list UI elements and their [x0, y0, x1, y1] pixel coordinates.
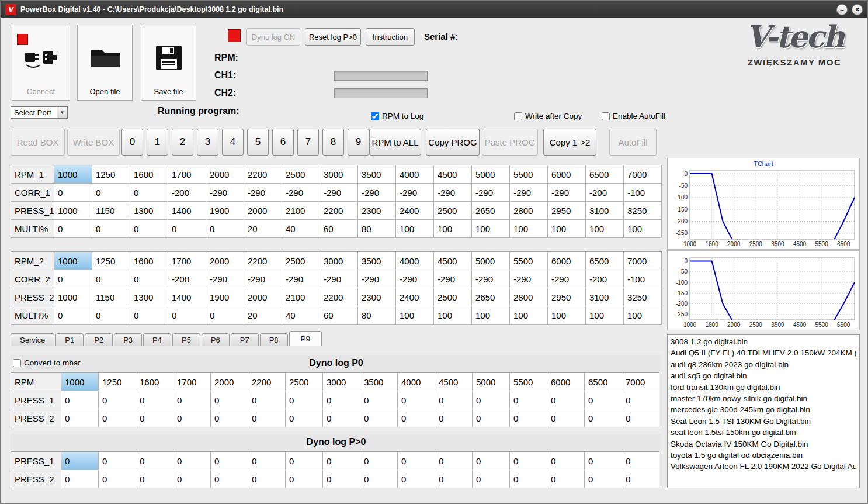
grid-cell[interactable]: 0	[136, 452, 173, 470]
grid-cell[interactable]: -100	[624, 270, 662, 288]
grid-cell[interactable]: 100	[548, 220, 586, 238]
grid-cell[interactable]: 2500	[282, 165, 320, 184]
grid-cell[interactable]: 6000	[547, 373, 585, 391]
grid-cell[interactable]: 2200	[244, 252, 282, 270]
grid-cell[interactable]: 0	[61, 452, 99, 470]
tab-service[interactable]: Service	[11, 333, 54, 346]
digit-button-2[interactable]: 2	[172, 129, 193, 156]
grid-cell[interactable]: -290	[244, 270, 282, 288]
grid-cell[interactable]: 2000	[206, 165, 244, 184]
grid-cell[interactable]: 100	[548, 306, 586, 325]
grid-cell[interactable]: 3100	[586, 288, 624, 306]
grid-cell[interactable]: 0	[92, 270, 130, 288]
grid-cell[interactable]: 0	[585, 452, 622, 470]
grid-cell[interactable]: 7000	[624, 165, 662, 184]
grid-cell[interactable]: 1400	[168, 288, 206, 306]
grid-cell[interactable]: 0	[168, 306, 206, 325]
grid-cell[interactable]: 2500	[286, 373, 323, 391]
grid-cell[interactable]: 0	[61, 391, 99, 409]
grid-cell[interactable]: 0	[206, 220, 244, 238]
autofill-button[interactable]: AutoFill	[609, 129, 657, 156]
grid-cell[interactable]: 0	[173, 452, 211, 470]
grid-cell[interactable]: 0	[61, 409, 99, 427]
grid-cell[interactable]: -200	[168, 270, 206, 288]
grid-cell[interactable]: 2500	[434, 202, 472, 220]
grid-cell[interactable]: 1300	[130, 202, 168, 220]
tab-p5[interactable]: P5	[172, 333, 200, 346]
grid-cell[interactable]: 0	[92, 306, 130, 325]
port-select[interactable]: Select Port ▼	[11, 106, 68, 119]
grid-cell[interactable]: -290	[396, 184, 434, 202]
grid-cell[interactable]: 0	[547, 409, 585, 427]
file-list-item[interactable]: master 170km nowy silnik go digital.bin	[671, 393, 856, 404]
grid-cell[interactable]: 0	[360, 409, 398, 427]
grid-cell[interactable]: 3500	[358, 165, 396, 184]
grid-cell[interactable]: 100	[434, 220, 472, 238]
grid-cell[interactable]: 0	[473, 409, 510, 427]
tab-p4[interactable]: P4	[143, 333, 171, 346]
grid-cell[interactable]: 0	[473, 391, 510, 409]
grid-cell[interactable]: 1700	[168, 252, 206, 270]
grid-cell[interactable]: 1000	[54, 252, 92, 270]
grid-cell[interactable]: -200	[168, 184, 206, 202]
grid-cell[interactable]: 5500	[510, 252, 548, 270]
grid-cell[interactable]: 0	[398, 470, 435, 488]
grid-cell[interactable]: 1000	[54, 165, 92, 184]
grid-cell[interactable]: 3250	[624, 202, 662, 220]
grid-cell[interactable]: 5500	[510, 373, 547, 391]
grid-cell[interactable]: 0	[585, 409, 622, 427]
grid-cell[interactable]: 0	[286, 391, 323, 409]
grid-cell[interactable]: 0	[99, 391, 136, 409]
grid-cell[interactable]: 80	[358, 220, 396, 238]
grid-cell[interactable]: 0	[130, 184, 168, 202]
grid-cell[interactable]: 0	[130, 270, 168, 288]
grid-cell[interactable]: 2000	[244, 288, 282, 306]
rpm-to-log-checkbox-input[interactable]	[371, 112, 379, 120]
grid-cell[interactable]: 0	[54, 306, 92, 325]
grid-cell[interactable]: 0	[360, 470, 398, 488]
grid-cell[interactable]: 2200	[244, 165, 282, 184]
grid-cell[interactable]: 0	[248, 452, 286, 470]
grid-cell[interactable]: 1250	[92, 165, 130, 184]
grid-cell[interactable]: 0	[211, 452, 248, 470]
grid-cell[interactable]: 0	[211, 391, 248, 409]
grid-cell[interactable]: 7000	[622, 373, 659, 391]
grid-cell[interactable]: 2400	[396, 288, 434, 306]
grid-cell[interactable]: 100	[586, 306, 624, 325]
grid-cell[interactable]: 0	[510, 409, 547, 427]
grid-cell[interactable]: 0	[248, 470, 286, 488]
grid-cell[interactable]: 0	[99, 409, 136, 427]
grid-cell[interactable]: 0	[360, 452, 398, 470]
grid-cell[interactable]: 0	[92, 220, 130, 238]
grid-cell[interactable]: 0	[510, 391, 547, 409]
grid-cell[interactable]: 0	[168, 220, 206, 238]
grid-cell[interactable]: 1300	[130, 288, 168, 306]
file-list-item[interactable]: Audi Q5 II (FY FL) 40 TDI MHEV 2.0 150kW…	[671, 347, 856, 358]
grid-cell[interactable]: 0	[54, 184, 92, 202]
grid-cell[interactable]: -290	[548, 270, 586, 288]
tab-p6[interactable]: P6	[202, 333, 230, 346]
grid-cell[interactable]: 2800	[510, 288, 548, 306]
write-after-copy-checkbox[interactable]: Write after Copy	[514, 112, 582, 120]
read-box-button[interactable]: Read BOX	[11, 129, 65, 156]
grid-cell[interactable]: 4000	[396, 165, 434, 184]
grid-cell[interactable]: 0	[622, 470, 659, 488]
grid-cell[interactable]: 4500	[434, 165, 472, 184]
tab-p7[interactable]: P7	[231, 333, 259, 346]
grid-cell[interactable]: 0	[510, 452, 547, 470]
grid-cell[interactable]: 0	[130, 220, 168, 238]
grid-cell[interactable]: 6000	[548, 165, 586, 184]
tab-p1[interactable]: P1	[55, 333, 84, 346]
tab-p8[interactable]: P8	[260, 333, 288, 346]
grid-cell[interactable]: 2800	[510, 202, 548, 220]
copy-prog-button[interactable]: Copy PROG	[426, 129, 480, 156]
tab-p9[interactable]: P9	[289, 331, 322, 346]
grid-cell[interactable]: -290	[434, 184, 472, 202]
grid-cell[interactable]: 0	[130, 306, 168, 325]
file-list-item[interactable]: audi q8 286km 2023 go digital.bin	[671, 359, 856, 370]
rpm-to-all-button[interactable]: RPM to ALL	[369, 129, 421, 156]
grid-cell[interactable]: 2500	[282, 252, 320, 270]
grid-cell[interactable]: -290	[206, 184, 244, 202]
file-list-item[interactable]: toyota 1.5 go digital od obciążenia.bin	[671, 450, 856, 461]
grid-cell[interactable]: 100	[434, 306, 472, 325]
